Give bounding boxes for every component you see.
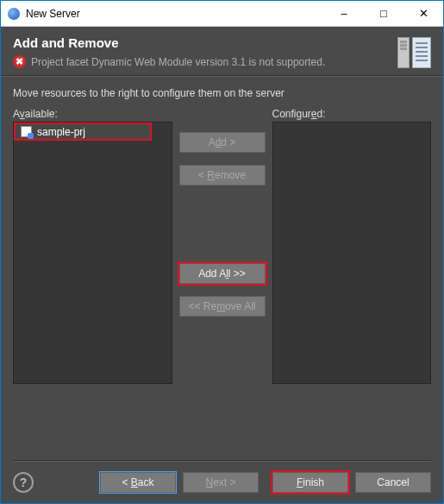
configured-column: Configured: bbox=[272, 108, 432, 384]
titlebar: New Server – □ ✕ bbox=[1, 1, 443, 27]
separator bbox=[13, 460, 431, 462]
server-icon bbox=[397, 37, 410, 68]
available-item[interactable]: sample-prj bbox=[15, 123, 151, 140]
error-line: ✖ Project facet Dynamic Web Module versi… bbox=[13, 55, 397, 68]
available-label: Available: bbox=[13, 108, 172, 120]
window-title: New Server bbox=[26, 8, 324, 20]
back-button[interactable]: < Back bbox=[100, 472, 176, 493]
add-button[interactable]: Add > bbox=[179, 132, 266, 153]
error-text: Project facet Dynamic Web Module version… bbox=[31, 56, 325, 68]
project-icon bbox=[21, 126, 32, 137]
close-button[interactable]: ✕ bbox=[403, 1, 443, 26]
wizard-footer: ? < Back Next > Finish Cancel bbox=[1, 451, 443, 503]
available-item-label: sample-prj bbox=[37, 126, 85, 138]
add-all-button[interactable]: Add All >> bbox=[179, 263, 266, 284]
document-icon bbox=[412, 37, 431, 68]
window-controls: – □ ✕ bbox=[324, 1, 443, 26]
instruction-text: Move resources to the right to configure… bbox=[13, 87, 431, 99]
transfer-buttons: Add > < Remove Add All >> << Remove All bbox=[179, 108, 266, 384]
remove-all-button[interactable]: << Remove All bbox=[179, 296, 266, 317]
available-list[interactable]: sample-prj bbox=[13, 122, 172, 384]
maximize-button[interactable]: □ bbox=[364, 1, 403, 26]
remove-button[interactable]: < Remove bbox=[179, 165, 266, 186]
page-title: Add and Remove bbox=[13, 35, 397, 50]
finish-button[interactable]: Finish bbox=[272, 472, 348, 493]
next-button[interactable]: Next > bbox=[183, 472, 259, 493]
minimize-button[interactable]: – bbox=[324, 1, 364, 26]
wizard-header: Add and Remove ✖ Project facet Dynamic W… bbox=[1, 27, 443, 75]
app-icon bbox=[8, 8, 20, 20]
available-column: Available: sample-prj bbox=[13, 108, 172, 384]
transfer-panels: Available: sample-prj Add > < Remove Add… bbox=[13, 108, 431, 384]
banner-icon bbox=[397, 35, 431, 68]
configured-label: Configured: bbox=[272, 108, 432, 120]
error-icon: ✖ bbox=[13, 55, 26, 68]
wizard-body: Move resources to the right to configure… bbox=[1, 77, 443, 394]
configured-list[interactable] bbox=[272, 122, 432, 384]
cancel-button[interactable]: Cancel bbox=[355, 472, 431, 493]
help-button[interactable]: ? bbox=[13, 472, 34, 493]
